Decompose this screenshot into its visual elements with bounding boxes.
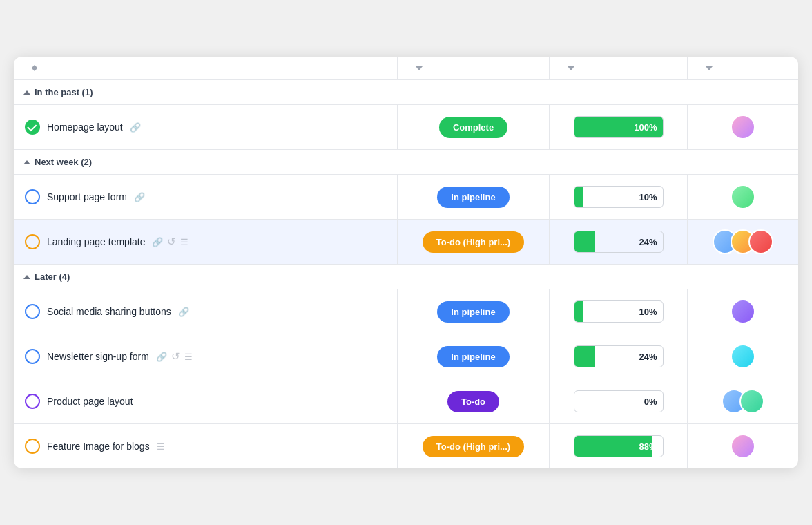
stage-badge[interactable]: In pipeline	[437, 301, 509, 323]
avatar-group	[731, 299, 755, 324]
list-icon	[184, 351, 193, 362]
progress-cell: 24%	[550, 334, 688, 379]
table-body: In the past (1) Homepage layout Complete…	[14, 80, 798, 468]
progress-cell: 10%	[550, 175, 688, 219]
group-header-1[interactable]: Next week (2)	[14, 150, 798, 175]
status-circle[interactable]	[25, 120, 40, 135]
avatar-group	[722, 389, 764, 414]
avatar-group	[731, 115, 755, 140]
avatar-cell	[688, 175, 798, 219]
stage-cell: In pipeline	[398, 289, 550, 334]
table-row[interactable]: Support page form In pipeline 10%	[14, 175, 798, 220]
repeat-icon	[167, 236, 176, 248]
table-row[interactable]: Social media sharing buttons In pipeline…	[14, 289, 798, 334]
task-name: Homepage layout	[47, 122, 123, 133]
link-icon	[134, 191, 145, 202]
task-name: Support page form	[47, 191, 127, 202]
task-name-cell: Homepage layout	[14, 105, 398, 149]
task-name-cell: Support page form	[14, 175, 398, 219]
progress-bar: 24%	[574, 231, 664, 253]
stage-badge[interactable]: To-do (High pri...)	[423, 231, 524, 253]
status-circle[interactable]	[25, 349, 40, 364]
task-icons	[134, 191, 145, 202]
progress-cell: 0%	[550, 379, 688, 423]
stage-badge[interactable]: To-do	[447, 391, 499, 412]
avatar	[731, 184, 755, 209]
progress-bar: 88%	[574, 435, 664, 457]
task-icons	[152, 236, 188, 248]
task-name: Product page layout	[47, 396, 133, 407]
task-name: Landing page template	[47, 236, 145, 247]
stage-cell: To-do (High pri...)	[398, 424, 550, 468]
progress-label: 10%	[574, 307, 663, 317]
stage-cell: Complete	[398, 105, 550, 149]
list-icon	[180, 236, 188, 247]
group-chevron-icon	[23, 275, 30, 279]
avatar-cell	[688, 105, 798, 149]
progress-bar: 10%	[574, 186, 664, 208]
task-name-cell: Newsletter sign-up form	[14, 334, 398, 379]
status-circle[interactable]	[25, 189, 40, 204]
avatar-group	[713, 229, 773, 254]
progress-cell: 100%	[550, 105, 688, 149]
header-assigned[interactable]	[688, 57, 798, 79]
table-row[interactable]: Feature Image for blogs To-do (High pri.…	[14, 424, 798, 468]
progress-bar: 0%	[574, 390, 664, 412]
avatar-cell	[688, 289, 798, 334]
group-chevron-icon	[23, 90, 30, 95]
progress-cell: 10%	[550, 289, 688, 334]
progress-label: 0%	[574, 397, 663, 407]
stage-cell: In pipeline	[398, 334, 550, 379]
status-circle[interactable]	[25, 439, 40, 454]
table-row[interactable]: Homepage layout Complete 100%	[14, 105, 798, 150]
status-circle[interactable]	[25, 394, 40, 409]
header-task-title[interactable]	[14, 57, 398, 79]
progress-label: 24%	[574, 352, 663, 362]
task-name-cell: Feature Image for blogs	[14, 424, 398, 468]
header-stage[interactable]	[398, 57, 550, 79]
header-progress[interactable]	[550, 57, 688, 79]
link-icon	[152, 236, 163, 247]
table-header	[14, 57, 798, 80]
avatar	[731, 434, 755, 459]
progress-cell: 24%	[550, 220, 688, 264]
group-header-0[interactable]: In the past (1)	[14, 80, 798, 105]
avatar	[731, 299, 755, 324]
stage-badge[interactable]: In pipeline	[437, 187, 509, 208]
stage-badge[interactable]: To-do (High pri...)	[423, 436, 524, 457]
status-circle[interactable]	[25, 234, 40, 249]
stage-badge[interactable]: Complete	[439, 117, 508, 138]
avatar-cell	[688, 220, 798, 264]
progress-cell: 88%	[550, 424, 688, 468]
task-name-cell: Landing page template	[14, 220, 398, 264]
table-row[interactable]: Product page layout To-do 0%	[14, 379, 798, 424]
table-row[interactable]: Landing page template To-do (High pri...…	[14, 220, 798, 265]
repeat-icon	[171, 350, 180, 363]
avatar-group	[731, 434, 755, 459]
progress-bar: 10%	[574, 300, 664, 323]
link-icon	[156, 351, 167, 362]
avatar-group	[731, 344, 755, 369]
task-icons	[157, 441, 165, 452]
progress-bar: 24%	[574, 345, 664, 368]
table-row[interactable]: Newsletter sign-up form In pipeline 24%	[14, 334, 798, 379]
avatar-cell	[688, 379, 798, 423]
progress-label: 88%	[574, 441, 663, 452]
group-header-2[interactable]: Later (4)	[14, 265, 798, 289]
link-icon	[178, 306, 189, 317]
progress-bar: 100%	[574, 116, 664, 138]
avatar-group	[731, 184, 755, 209]
avatar	[740, 389, 764, 414]
chevron-down-icon	[416, 66, 423, 70]
stage-cell: In pipeline	[398, 175, 550, 219]
avatar	[748, 229, 773, 254]
stage-badge[interactable]: In pipeline	[437, 346, 509, 368]
group-label: Next week (2)	[35, 157, 92, 167]
task-name-cell: Social media sharing buttons	[14, 289, 398, 334]
group-chevron-icon	[23, 160, 30, 164]
avatar-cell	[688, 334, 798, 379]
avatar	[731, 344, 755, 369]
status-circle[interactable]	[25, 304, 40, 319]
avatar-cell	[688, 424, 798, 468]
stage-cell: To-do (High pri...)	[398, 220, 550, 264]
